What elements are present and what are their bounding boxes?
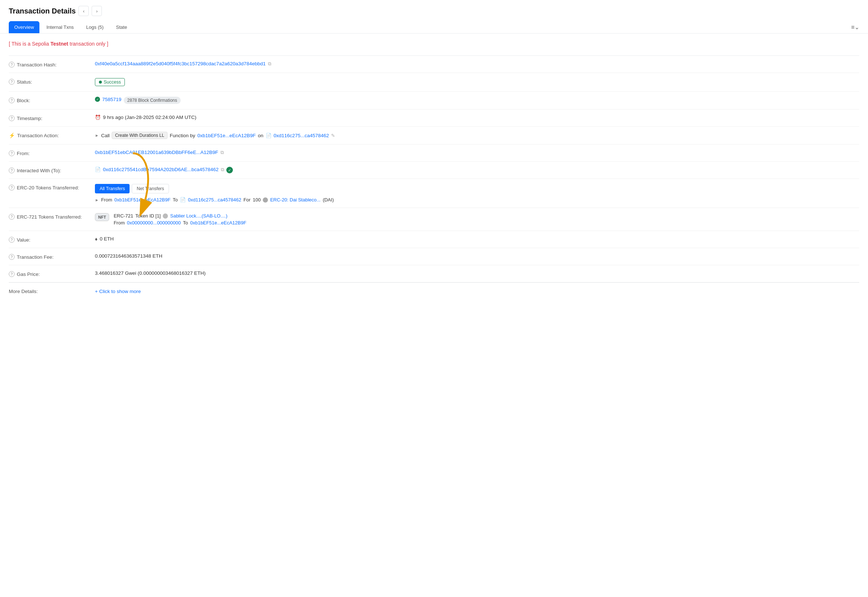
nav-back-button[interactable]: ‹ <box>79 6 89 16</box>
tabs-list: Overview Internal Txns Logs (5) State <box>9 21 132 33</box>
title-row: Transaction Details ‹ › <box>9 6 859 16</box>
edit-icon[interactable]: ✎ <box>331 133 335 138</box>
help-icon-timestamp[interactable]: ? <box>9 115 15 121</box>
more-details: More Details: + Click to show more <box>9 282 859 300</box>
value-gas-price: 3.468016327 Gwei (0.000000003468016327 E… <box>95 270 859 276</box>
nav-forward-button[interactable]: › <box>92 6 102 16</box>
erc721-token-row: ERC-721 Token ID [1] Sablier Lock....(SA… <box>113 213 247 218</box>
action-from-address-link[interactable]: 0xb1bEF51e...eEcA12B9F <box>198 133 256 138</box>
status-dot <box>99 81 102 83</box>
block-check-icon <box>95 97 100 102</box>
erc721-from-link[interactable]: 0x00000000...000000000 <box>127 220 181 226</box>
value-block: 7585719 2878 Block Confirmations <box>95 97 859 104</box>
tab-state[interactable]: State <box>111 21 132 33</box>
header: Transaction Details ‹ › Overview Interna… <box>0 0 868 34</box>
help-icon-block[interactable]: ? <box>9 97 15 103</box>
action-row: ► Call Create With Durations LL Function… <box>95 132 335 139</box>
copy-interacted-icon[interactable]: ⧉ <box>221 167 224 172</box>
transfer-row: ► From 0xb1bEF51e...eEcA12B9F To 📄 0xd11… <box>95 197 334 202</box>
help-icon-from[interactable]: ? <box>9 150 15 156</box>
eth-symbol-icon: ♦ <box>95 236 97 242</box>
tab-overview[interactable]: Overview <box>9 21 39 33</box>
label-erc20: ? ERC-20 Tokens Transferred: <box>9 184 89 190</box>
row-erc721: ? ERC-721 Tokens Transferred: NFT ERC-72… <box>9 208 859 231</box>
contract-doc-icon: 📄 <box>95 167 101 172</box>
erc20-contract-icon: 📄 <box>180 197 186 202</box>
row-transaction-action: ⚡ Transaction Action: ► Call Create With… <box>9 127 859 144</box>
lightning-icon: ⚡ <box>9 132 15 138</box>
show-more-link[interactable]: + Click to show more <box>95 289 141 294</box>
label-interacted-with: ? Interacted With (To): <box>9 167 89 173</box>
action-function-badge: Create With Durations LL <box>112 132 168 139</box>
row-transaction-fee: ? Transaction Fee: 0.0007231646363571348… <box>9 248 859 265</box>
action-arrow-icon: ► <box>95 133 99 138</box>
erc721-info: ERC-721 Token ID [1] Sablier Lock....(SA… <box>113 213 247 226</box>
doc-icon: 📄 <box>266 133 272 138</box>
erc721-transfer-row: From 0x00000000...000000000 To 0xb1bEF51… <box>113 220 247 226</box>
tab-all-transfers[interactable]: All Transfers <box>95 184 129 193</box>
filter-icon[interactable]: ≡⌄ <box>851 24 859 31</box>
confirmations-badge: 2878 Block Confirmations <box>124 97 181 104</box>
label-erc721: ? ERC-721 Tokens Transferred: <box>9 213 89 220</box>
tab-internal-txns[interactable]: Internal Txns <box>41 21 79 33</box>
row-erc20: ? ERC-20 Tokens Transferred: All Transfe… <box>9 179 859 208</box>
value-status: Success <box>95 78 859 86</box>
value-timestamp: ⏰ 9 hrs ago (Jan-28-2025 02:24:00 AM UTC… <box>95 114 859 120</box>
page-container: Transaction Details ‹ › Overview Interna… <box>0 0 868 597</box>
transaction-hash-link[interactable]: 0xf40e0a5ccf134aaa889f2e5d040f5f4fc3bc15… <box>95 61 266 67</box>
help-icon-interacted[interactable]: ? <box>9 168 15 173</box>
value-transaction-hash: 0xf40e0a5ccf134aaa889f2e5d040f5f4fc3bc15… <box>95 61 859 67</box>
verified-check-icon <box>226 167 233 173</box>
from-address-link[interactable]: 0xb1bEF51ebCA01EB12001a639bDBbFF6eE...A1… <box>95 150 218 155</box>
token-circle-icon <box>263 198 268 202</box>
erc20-from-link[interactable]: 0xb1bEF51e...eEcA12B9F <box>114 197 171 202</box>
help-icon-status[interactable]: ? <box>9 79 15 85</box>
row-timestamp: ? Timestamp: ⏰ 9 hrs ago (Jan-28-2025 02… <box>9 110 859 127</box>
label-transaction-action: ⚡ Transaction Action: <box>9 132 89 138</box>
transfer-arrow-icon: ► <box>95 198 99 202</box>
value-erc721: NFT ERC-721 Token ID [1] Sablier Lock...… <box>95 213 859 226</box>
copy-hash-icon[interactable]: ⧉ <box>268 61 271 67</box>
value-transaction-action: ► Call Create With Durations LL Function… <box>95 132 859 139</box>
help-icon-value[interactable]: ? <box>9 237 15 243</box>
erc721-to-link[interactable]: 0xb1bEF51e...eEcA12B9F <box>190 220 247 226</box>
row-from: ? From: 0xb1bEF51ebCA01EB12001a639bDBbFF… <box>9 144 859 162</box>
help-icon-fee[interactable]: ? <box>9 254 15 260</box>
value-interacted-with: 📄 0xd116c275541cdBe7594A202bD6AE...bca45… <box>95 167 859 173</box>
erc20-token-link[interactable]: ERC-20: Dai Stableco... <box>270 197 321 202</box>
label-transaction-fee: ? Transaction Fee: <box>9 253 89 260</box>
label-value: ? Value: <box>9 236 89 243</box>
testnet-word: Testnet <box>51 41 68 47</box>
label-timestamp: ? Timestamp: <box>9 114 89 121</box>
label-status: ? Status: <box>9 78 89 85</box>
value-from: 0xb1bEF51ebCA01EB12001a639bDBbFF6eE...A1… <box>95 150 859 156</box>
erc721-token-circle <box>163 214 168 218</box>
label-transaction-hash: ? Transaction Hash: <box>9 61 89 67</box>
tab-logs[interactable]: Logs (5) <box>81 21 109 33</box>
label-block: ? Block: <box>9 97 89 103</box>
status-badge: Success <box>95 78 125 86</box>
tabs-bar: Overview Internal Txns Logs (5) State ≡⌄ <box>9 21 859 33</box>
help-icon-gas[interactable]: ? <box>9 271 15 277</box>
value-erc20: All Transfers Net Transfers ► From 0xb1b… <box>95 184 859 202</box>
page-title: Transaction Details <box>9 7 76 15</box>
detail-table: ? Transaction Hash: 0xf40e0a5ccf134aaa88… <box>9 55 859 282</box>
interacted-address-link[interactable]: 0xd116c275541cdBe7594A202bD6AE...bca4578… <box>103 167 218 172</box>
help-icon-erc20[interactable]: ? <box>9 185 15 190</box>
testnet-notice: [ This is a Sepolia Testnet transaction … <box>9 41 859 47</box>
row-value: ? Value: ♦ 0 ETH <box>9 231 859 248</box>
erc20-to-link[interactable]: 0xd116c275...ca4578462 <box>188 197 241 202</box>
value-eth: ♦ 0 ETH <box>95 236 859 242</box>
help-icon-erc721[interactable]: ? <box>9 214 15 220</box>
tab-net-transfers[interactable]: Net Transfers <box>132 184 169 193</box>
erc721-token-name-link[interactable]: Sablier Lock....(SAB-LO....) <box>170 213 227 218</box>
erc20-section: All Transfers Net Transfers ► From 0xb1b… <box>95 184 334 202</box>
clock-icon: ⏰ <box>95 114 101 120</box>
help-icon-hash[interactable]: ? <box>9 62 15 67</box>
row-transaction-hash: ? Transaction Hash: 0xf40e0a5ccf134aaa88… <box>9 56 859 73</box>
copy-from-icon[interactable]: ⧉ <box>220 150 224 156</box>
content: [ This is a Sepolia Testnet transaction … <box>0 34 868 307</box>
row-status: ? Status: Success <box>9 73 859 92</box>
action-contract-link[interactable]: 0xd116c275...ca4578462 <box>274 133 329 138</box>
block-number-link[interactable]: 7585719 <box>102 97 122 102</box>
